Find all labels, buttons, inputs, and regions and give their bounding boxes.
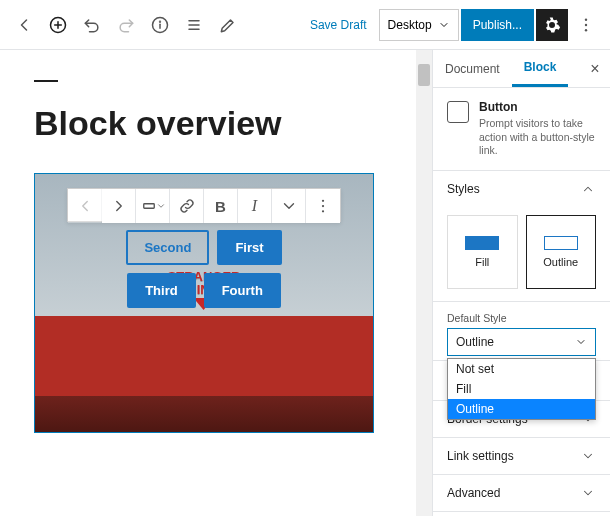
- settings-button[interactable]: [536, 9, 568, 41]
- default-style-value: Outline: [456, 335, 494, 349]
- svg-point-13: [322, 200, 324, 202]
- toolbar-italic[interactable]: I: [238, 189, 272, 223]
- svg-point-9: [585, 18, 587, 20]
- toolbar-move-right[interactable]: [102, 189, 136, 223]
- divider: [34, 80, 58, 82]
- preview-dropdown[interactable]: Desktop: [379, 9, 459, 41]
- tab-block[interactable]: Block: [512, 50, 569, 87]
- style-option-outline[interactable]: Outline: [526, 215, 597, 289]
- block-name: Button: [479, 100, 596, 114]
- close-sidebar-button[interactable]: ×: [580, 54, 610, 84]
- back-button[interactable]: [8, 9, 40, 41]
- toolbar-dropdown[interactable]: [272, 189, 306, 223]
- button-first[interactable]: First: [217, 230, 281, 265]
- panel-advanced-toggle[interactable]: Advanced: [433, 475, 610, 512]
- block-description: Prompt visitors to take action with a bu…: [479, 117, 596, 158]
- default-style-label: Default Style: [447, 312, 596, 324]
- settings-sidebar: Document Block × Button Prompt visitors …: [432, 50, 610, 516]
- chevron-down-icon: [580, 448, 596, 464]
- chevron-down-icon: [438, 19, 450, 31]
- button-second[interactable]: Second: [126, 230, 209, 265]
- toolbar-bold[interactable]: B: [204, 189, 238, 223]
- default-style-select[interactable]: Outline: [447, 328, 596, 356]
- chevron-up-icon: [580, 181, 596, 197]
- default-style-dropdown: Not set Fill Outline: [447, 358, 596, 420]
- panel-advanced-label: Advanced: [447, 486, 500, 500]
- panel-styles-toggle[interactable]: Styles: [433, 171, 610, 207]
- page-title[interactable]: Block overview: [34, 104, 382, 143]
- save-draft-button[interactable]: Save Draft: [300, 12, 377, 38]
- tab-document[interactable]: Document: [433, 52, 512, 86]
- style-fill-label: Fill: [475, 256, 489, 268]
- chevron-down-icon: [580, 485, 596, 501]
- chevron-down-icon: [575, 336, 587, 348]
- svg-point-15: [322, 210, 324, 212]
- button-third[interactable]: Third: [127, 273, 196, 308]
- dropdown-option-outline[interactable]: Outline: [448, 399, 595, 419]
- publish-button[interactable]: Publish...: [461, 9, 534, 41]
- add-block-button[interactable]: [42, 9, 74, 41]
- more-vertical-icon: [577, 16, 595, 34]
- outline-preview-icon: [544, 236, 578, 250]
- info-button[interactable]: [144, 9, 176, 41]
- undo-button[interactable]: [76, 9, 108, 41]
- editor-scrollbar[interactable]: [416, 50, 432, 516]
- panel-styles-label: Styles: [447, 182, 480, 196]
- redo-button[interactable]: [110, 9, 142, 41]
- fill-preview-icon: [465, 236, 499, 250]
- outline-button[interactable]: [178, 9, 210, 41]
- svg-rect-12: [143, 204, 154, 209]
- svg-point-10: [585, 23, 587, 25]
- toolbar-link[interactable]: [170, 189, 204, 223]
- svg-point-14: [322, 205, 324, 207]
- toolbar-move-left[interactable]: [68, 189, 102, 223]
- cover-block[interactable]: STRANGERTHINGS B I Second First Thi: [34, 173, 374, 433]
- edit-mode-button[interactable]: [212, 9, 244, 41]
- svg-point-11: [585, 29, 587, 31]
- buttons-block[interactable]: Second First Third Fourth: [114, 230, 294, 308]
- button-block-icon: [447, 101, 469, 123]
- editor-canvas[interactable]: Block overview STRANGERTHINGS B I: [0, 50, 416, 516]
- panel-link-toggle[interactable]: Link settings: [433, 438, 610, 475]
- gear-icon: [543, 16, 561, 34]
- svg-point-5: [160, 21, 161, 22]
- block-toolbar: B I: [67, 188, 341, 222]
- dropdown-option-notset[interactable]: Not set: [448, 359, 595, 379]
- style-option-fill[interactable]: Fill: [447, 215, 518, 289]
- panel-link-label: Link settings: [447, 449, 514, 463]
- toolbar-more[interactable]: [306, 189, 340, 223]
- toolbar-block-type[interactable]: [136, 189, 170, 223]
- style-outline-label: Outline: [543, 256, 578, 268]
- preview-mode-label: Desktop: [388, 18, 432, 32]
- dropdown-option-fill[interactable]: Fill: [448, 379, 595, 399]
- button-fourth[interactable]: Fourth: [204, 273, 281, 308]
- more-menu-button[interactable]: [570, 9, 602, 41]
